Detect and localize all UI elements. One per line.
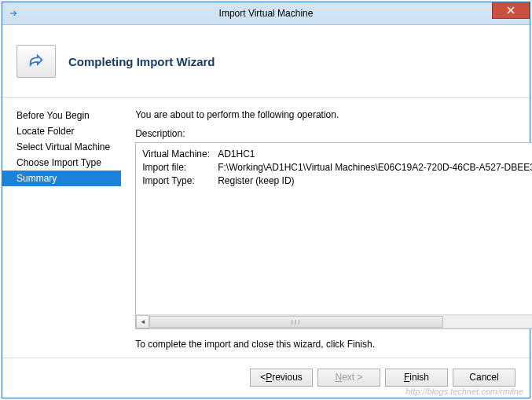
scroll-track[interactable]: III <box>149 315 532 328</box>
detail-key: Import file: <box>142 161 218 174</box>
button-bar: < Previous Next > Finish Cancel <box>2 358 530 396</box>
wizard-header-icon <box>17 45 56 78</box>
next-button: Next > <box>317 369 380 387</box>
detail-row-vm: Virtual Machine: AD1HC1 <box>142 148 532 160</box>
wizard-steps-sidebar: Before You Begin Locate Folder Select Vi… <box>2 98 121 358</box>
scroll-left-arrow-icon[interactable]: ◄ <box>136 315 149 328</box>
wizard-body: Before You Begin Locate Folder Select Vi… <box>2 98 530 358</box>
wizard-page-title: Completing Import Wizard <box>68 55 215 68</box>
close-button[interactable] <box>492 2 530 19</box>
step-locate-folder[interactable]: Locate Folder <box>2 123 121 139</box>
step-before-you-begin[interactable]: Before You Begin <box>2 108 121 123</box>
title-bar: Import Virtual Machine <box>2 2 530 25</box>
previous-button[interactable]: < Previous <box>250 369 313 387</box>
detail-row-type: Import Type: Register (keep ID) <box>142 174 532 187</box>
detail-row-file: Import file: F:\Working\AD1HC1\Virtual M… <box>142 161 532 174</box>
detail-key: Import Type: <box>142 174 218 187</box>
summary-details: Virtual Machine: AD1HC1 Import file: F:\… <box>136 143 532 314</box>
finish-button[interactable]: Finish <box>385 369 448 387</box>
intro-text: You are about to perform the following o… <box>135 109 532 120</box>
wizard-content: You are about to perform the following o… <box>121 98 532 358</box>
detail-value: Register (keep ID) <box>218 174 294 187</box>
detail-key: Virtual Machine: <box>142 148 218 160</box>
detail-value: AD1HC1 <box>218 148 255 160</box>
scroll-thumb[interactable]: III <box>149 316 443 328</box>
window-title: Import Virtual Machine <box>2 8 530 19</box>
titlebar-app-icon <box>2 2 24 24</box>
step-summary[interactable]: Summary <box>2 171 121 186</box>
summary-details-box: Virtual Machine: AD1HC1 Import file: F:\… <box>135 142 532 329</box>
close-icon <box>507 6 515 14</box>
step-choose-import-type[interactable]: Choose Import Type <box>2 155 121 171</box>
step-select-virtual-machine[interactable]: Select Virtual Machine <box>2 139 121 155</box>
share-arrow-icon <box>25 53 47 70</box>
description-label: Description: <box>135 128 532 139</box>
cancel-button[interactable]: Cancel <box>453 369 515 387</box>
horizontal-scrollbar[interactable]: ◄ III ► <box>136 314 532 328</box>
dialog-window: Import Virtual Machine Completing Import… <box>2 2 530 398</box>
detail-value: F:\Working\AD1HC1\Virtual Machines\E06C1… <box>218 161 532 174</box>
wizard-header: Completing Import Wizard <box>2 25 530 98</box>
completion-instruction: To complete the import and close this wi… <box>135 339 532 350</box>
